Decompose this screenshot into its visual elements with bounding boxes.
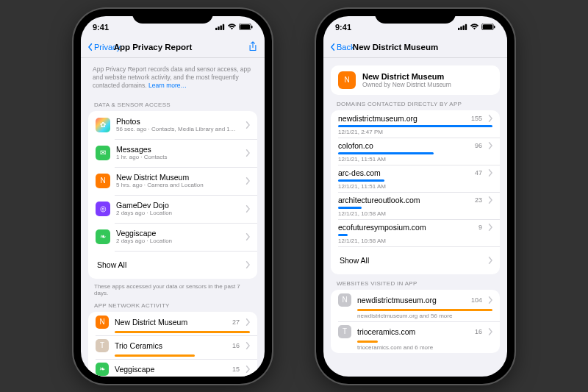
app-icon: N (96, 174, 110, 188)
app-row[interactable]: ◎GameDev Dojo2 days ago · Location (88, 195, 257, 223)
chevron-right-icon (488, 169, 492, 177)
svg-rect-2 (220, 25, 222, 30)
app-icon: ✉ (96, 146, 110, 160)
domain-name: colofon.co (338, 141, 472, 150)
bar-fill (115, 354, 195, 357)
website-name: newdistrictmuseum.org (357, 296, 468, 304)
app-icon: N (338, 71, 356, 89)
svg-rect-12 (483, 24, 493, 29)
apps-card: ✿Photos56 sec. ago · Contacts, Media Lib… (88, 111, 257, 279)
domain-row[interactable]: arc-des.com4712/1/21, 11:51 AM (331, 165, 500, 192)
chevron-right-icon (245, 205, 250, 213)
domain-row[interactable]: architectureoutlook.com2312/1/21, 10:58 … (331, 192, 500, 219)
chevron-right-icon (245, 342, 250, 349)
chevron-right-icon (488, 142, 492, 149)
svg-rect-5 (240, 24, 251, 29)
learn-more-link[interactable]: Learn more… (148, 82, 187, 89)
bar-track (115, 354, 250, 357)
app-row[interactable]: ❧Veggiscape2 days ago · Location (88, 223, 257, 251)
chevron-right-icon (245, 366, 250, 373)
svg-rect-10 (465, 24, 467, 30)
chevron-right-icon (245, 149, 250, 157)
app-name: Photos (116, 117, 243, 126)
app-header-card: N New District Museum Owned by New Distr… (331, 65, 500, 95)
chevron-right-icon (245, 121, 250, 129)
website-name: trioceramics.com (357, 327, 472, 336)
chevron-right-icon (488, 328, 492, 335)
network-count: 27 (232, 318, 240, 326)
bar-track (338, 207, 492, 209)
section-header-network: APP NETWORK ACTIVITY (88, 296, 257, 312)
app-icon: ❧ (96, 229, 110, 244)
app-row[interactable]: ✉Messages1 hr. ago · Contacts (88, 139, 257, 167)
section-header-data-sensor: DATA & SENSOR ACCESS (88, 96, 257, 111)
svg-rect-0 (215, 28, 217, 30)
nav-bar: Privacy App Privacy Report (81, 37, 265, 58)
share-button[interactable] (218, 41, 257, 53)
nav-bar: Back New District Museum (323, 37, 507, 58)
status-icons (215, 24, 253, 30)
network-row[interactable]: TTrio Ceramics16 (88, 335, 257, 359)
section-footer: These apps accessed your data or sensors… (88, 279, 257, 296)
signal-icon (458, 24, 467, 30)
domain-count: 47 (475, 169, 482, 177)
chevron-right-icon (488, 196, 492, 204)
show-all-row[interactable]: Show All (88, 251, 257, 279)
section-header-domains: DOMAINS CONTACTED DIRECTLY BY APP (331, 95, 500, 110)
show-all-label: Show All (340, 256, 485, 265)
app-name: GameDev Dojo (116, 201, 243, 210)
bar-track (357, 341, 492, 343)
phone-left: 9:41 Privacy App Privacy Report (74, 9, 272, 384)
chevron-right-icon (488, 224, 492, 231)
bar-fill (338, 179, 384, 182)
website-count: 104 (471, 296, 482, 304)
domain-name: architectureoutlook.com (338, 196, 472, 204)
website-row[interactable]: Nnewdistrictmuseum.org104newdistrictmuse… (331, 290, 500, 321)
nav-title: New District Museum (331, 43, 460, 51)
app-subtitle: 1 hr. ago · Contacts (116, 154, 243, 160)
svg-rect-6 (251, 26, 253, 29)
network-app-name: Veggiscape (115, 365, 229, 374)
app-name: New District Museum (362, 72, 451, 81)
network-row[interactable]: ❧Veggiscape15 (88, 359, 257, 377)
bar-fill (338, 234, 348, 236)
bar-fill (357, 309, 492, 311)
network-row[interactable]: NNew District Museum27 (88, 312, 257, 335)
show-all-label: Show All (97, 260, 243, 269)
site-icon: N (338, 293, 351, 307)
app-name: New District Museum (116, 173, 243, 182)
network-app-name: Trio Ceramics (115, 341, 229, 350)
share-icon (248, 41, 257, 51)
bar-fill (357, 341, 378, 343)
status-icons (458, 24, 495, 30)
websites-card: Nnewdistrictmuseum.org104newdistrictmuse… (331, 290, 500, 353)
chevron-right-icon (245, 177, 250, 185)
chevron-right-icon (245, 261, 250, 268)
website-sub: trioceramics.com and 6 more (357, 344, 492, 351)
app-subtitle: 5 hrs. ago · Camera and Location (116, 182, 243, 188)
website-row[interactable]: Ttrioceramics.com16trioceramics.com and … (331, 321, 500, 353)
domain-row[interactable]: colofon.co9612/1/21, 11:51 AM (331, 138, 500, 165)
show-all-row[interactable]: Show All (331, 246, 500, 274)
section-header-websites: WEBSITES VISITED IN APP (331, 274, 500, 290)
app-subtitle: 2 days ago · Location (116, 210, 243, 216)
app-row[interactable]: ✿Photos56 sec. ago · Contacts, Media Lib… (88, 111, 257, 139)
notch (375, 9, 456, 24)
network-count: 15 (232, 366, 240, 373)
content[interactable]: N New District Museum Owned by New Distr… (323, 58, 507, 377)
wifi-icon (470, 24, 479, 30)
app-row[interactable]: NNew District Museum5 hrs. ago · Camera … (88, 167, 257, 195)
notch (132, 9, 213, 24)
chevron-right-icon (488, 115, 492, 122)
domain-row[interactable]: newdistrictmuseum.org15512/1/21, 2:47 PM (331, 110, 500, 138)
domain-count: 9 (478, 224, 482, 231)
domain-time: 12/1/21, 10:58 AM (338, 238, 492, 244)
domain-row[interactable]: ecofuturesymposium.com912/1/21, 10:58 AM (331, 219, 500, 246)
content[interactable]: App Privacy Report records data and sens… (81, 58, 265, 377)
svg-rect-8 (460, 26, 462, 30)
domain-name: ecofuturesymposium.com (338, 223, 476, 232)
app-icon: ✿ (96, 118, 110, 132)
bar-fill (115, 331, 250, 333)
chevron-right-icon (488, 257, 492, 264)
domain-time: 12/1/21, 2:47 PM (338, 129, 492, 135)
